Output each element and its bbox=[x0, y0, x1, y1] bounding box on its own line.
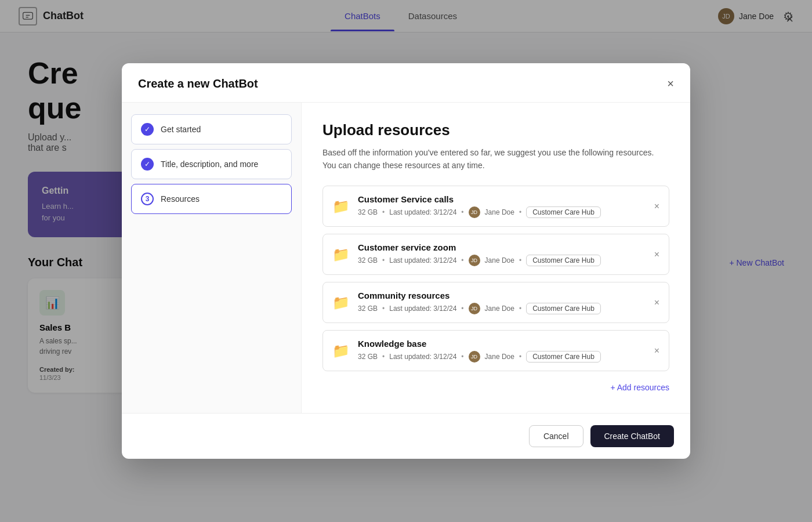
folder-icon: 📁 bbox=[332, 198, 350, 215]
resource-info: Community resources 32 GB • Last updated… bbox=[358, 291, 646, 314]
resource-tag: Customer Care Hub bbox=[526, 351, 601, 362]
steps-sidebar: ✓ Get started ✓ Title, description, and … bbox=[122, 103, 302, 414]
resource-owner: Jane Doe bbox=[485, 208, 514, 216]
modal: Create a new ChatBot × ✓ Get started ✓ T… bbox=[122, 63, 690, 459]
resources-list: 📁 Customer Service calls 32 GB • Last up… bbox=[322, 186, 669, 371]
resource-item: 📁 Community resources 32 GB • Last updat… bbox=[322, 282, 669, 323]
dot: • bbox=[382, 208, 385, 216]
resource-owner-avatar: JD bbox=[469, 351, 480, 362]
resource-tag: Customer Care Hub bbox=[526, 255, 601, 266]
main-panel: Upload resources Based off the informati… bbox=[302, 103, 690, 414]
resource-item: 📁 Customer Service calls 32 GB • Last up… bbox=[322, 186, 669, 227]
modal-footer: Cancel Create ChatBot bbox=[122, 413, 690, 459]
resource-name: Community resources bbox=[358, 291, 646, 300]
step-get-started[interactable]: ✓ Get started bbox=[131, 114, 292, 144]
background-page: ChatBot ChatBots Datasources JD Jane Doe… bbox=[0, 0, 812, 522]
resource-tag: Customer Care Hub bbox=[526, 206, 601, 218]
resource-info: Customer Service calls 32 GB • Last upda… bbox=[358, 194, 646, 218]
resource-size: 32 GB bbox=[358, 304, 378, 313]
resource-size: 32 GB bbox=[358, 353, 378, 361]
resource-meta: 32 GB • Last updated: 3/12/24 • JD Jane … bbox=[358, 351, 646, 362]
resource-owner-avatar: JD bbox=[469, 255, 480, 266]
resource-updated: Last updated: 3/12/24 bbox=[389, 256, 456, 264]
resource-owner-avatar: JD bbox=[469, 206, 480, 218]
folder-icon: 📁 bbox=[332, 246, 350, 263]
resource-size: 32 GB bbox=[358, 256, 378, 264]
remove-resource-button[interactable]: × bbox=[654, 346, 659, 356]
modal-title: Create a new ChatBot bbox=[138, 77, 258, 90]
folder-icon: 📁 bbox=[332, 295, 350, 311]
resource-owner: Jane Doe bbox=[485, 353, 514, 361]
remove-resource-button[interactable]: × bbox=[654, 249, 659, 260]
panel-subtitle: Based off the information you've entered… bbox=[322, 146, 669, 172]
resource-info: Customer service zoom 32 GB • Last updat… bbox=[358, 242, 646, 266]
resource-name: Knowledge base bbox=[358, 339, 646, 349]
step-resources[interactable]: 3 Resources bbox=[131, 184, 292, 214]
resource-owner: Jane Doe bbox=[485, 256, 514, 264]
modal-body: ✓ Get started ✓ Title, description, and … bbox=[122, 103, 690, 414]
resource-updated: Last updated: 3/12/24 bbox=[389, 208, 456, 216]
step-title-description[interactable]: ✓ Title, description, and more bbox=[131, 149, 292, 179]
resource-meta: 32 GB • Last updated: 3/12/24 • JD Jane … bbox=[358, 206, 646, 218]
remove-resource-button[interactable]: × bbox=[654, 201, 659, 212]
resource-item: 📁 Customer service zoom 32 GB • Last upd… bbox=[322, 234, 669, 275]
cancel-button[interactable]: Cancel bbox=[529, 425, 583, 447]
resource-owner-avatar: JD bbox=[469, 303, 480, 314]
folder-icon: 📁 bbox=[332, 343, 350, 359]
resource-size: 32 GB bbox=[358, 208, 378, 216]
modal-header: Create a new ChatBot × bbox=[122, 63, 690, 103]
panel-title: Upload resources bbox=[322, 121, 669, 139]
modal-close-button[interactable]: × bbox=[667, 77, 674, 90]
resource-meta: 32 GB • Last updated: 3/12/24 • JD Jane … bbox=[358, 303, 646, 314]
resource-owner: Jane Doe bbox=[485, 304, 514, 313]
step2-check-icon: ✓ bbox=[141, 158, 154, 171]
resource-meta: 32 GB • Last updated: 3/12/24 • JD Jane … bbox=[358, 255, 646, 266]
step1-check-icon: ✓ bbox=[141, 123, 154, 136]
create-chatbot-button[interactable]: Create ChatBot bbox=[590, 425, 675, 447]
step3-label: Resources bbox=[161, 194, 200, 204]
step3-number-icon: 3 bbox=[141, 193, 154, 205]
resource-info: Knowledge base 32 GB • Last updated: 3/1… bbox=[358, 339, 646, 362]
resource-updated: Last updated: 3/12/24 bbox=[389, 304, 456, 313]
add-resources-button[interactable]: + Add resources bbox=[610, 380, 669, 394]
resource-name: Customer Service calls bbox=[358, 194, 646, 204]
step1-label: Get started bbox=[161, 125, 201, 134]
resource-updated: Last updated: 3/12/24 bbox=[389, 353, 456, 361]
resource-item: 📁 Knowledge base 32 GB • Last updated: 3… bbox=[322, 330, 669, 371]
resource-tag: Customer Care Hub bbox=[526, 303, 601, 314]
remove-resource-button[interactable]: × bbox=[654, 298, 659, 308]
step2-label: Title, description, and more bbox=[161, 160, 258, 169]
modal-overlay: × Create a new ChatBot × ✓ Get started bbox=[0, 0, 812, 522]
resource-name: Customer service zoom bbox=[358, 242, 646, 252]
overlay-close-button[interactable]: × bbox=[786, 12, 793, 27]
